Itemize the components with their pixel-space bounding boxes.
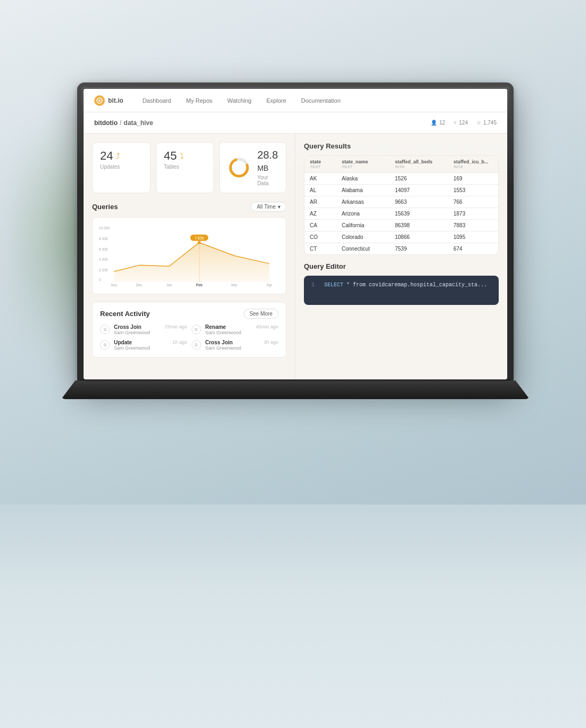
stat-updates: 24 ⤴ Updates xyxy=(92,142,151,193)
storage-number: 28.8 MB xyxy=(257,149,278,173)
laptop-base xyxy=(61,380,530,399)
stat-tables: 45 ⤵ Tables xyxy=(156,142,214,193)
queries-header: Queries All Time ▾ xyxy=(92,202,286,212)
main-content: 24 ⤴ Updates 45 ⤵ Tables xyxy=(84,134,507,379)
activity-time-1: 45min ago xyxy=(256,324,278,329)
tables-number: 45 ⤵ xyxy=(164,149,207,163)
editor-box[interactable]: 1 SELECT * from covidcaremap.hospital_ca… xyxy=(304,276,499,305)
breadcrumb-repo[interactable]: data_hive xyxy=(123,119,153,127)
updates-number: 24 ⤴ xyxy=(100,149,143,163)
svg-text:Mar: Mar xyxy=(232,283,238,287)
watch-icon: ☆ xyxy=(476,120,481,126)
updates-trend-icon: ⤴ xyxy=(116,152,120,160)
query-results-section: Query Results state TEXT state_name xyxy=(304,142,499,255)
donut-chart xyxy=(227,156,251,179)
breadcrumb-separator: / xyxy=(120,119,121,127)
nav-watching[interactable]: Watching xyxy=(227,97,251,104)
breadcrumb-meta: 👤 12 ⑂ 124 ☆ 1,745 xyxy=(431,120,497,126)
activity-user-3: Sam Greenwood xyxy=(205,345,242,351)
stats-row: 24 ⤴ Updates 45 ⤵ Tables xyxy=(92,142,286,193)
col-icu: staffed_icu_b... INT8 xyxy=(453,159,499,169)
nav-my-repos[interactable]: My Repos xyxy=(186,97,213,104)
code-keyword: SELECT xyxy=(324,282,343,288)
app-ui: bit.io Dashboard My Repos Watching Explo… xyxy=(84,89,507,379)
meta-forks: ⑂ 124 xyxy=(453,120,468,126)
svg-text:Feb: Feb xyxy=(196,283,202,287)
table-header: state TEXT state_name TEXT staffed_all_b… xyxy=(304,156,498,173)
breadcrumb: bitdotio / data_hive xyxy=(94,119,153,127)
list-item: ① Cross Join Sam Greenwood 3h ago xyxy=(192,340,279,351)
activity-icon-1: ① xyxy=(192,325,201,334)
activity-details-0: Cross Join Sam Greenwood xyxy=(114,324,150,335)
activity-name-2: Update xyxy=(114,340,150,345)
editor-line: 1 SELECT * from covidcaremap.hospital_ca… xyxy=(311,282,491,288)
fork-icon: ⑂ xyxy=(453,120,457,126)
storage-info: 28.8 MB Your Data xyxy=(257,149,278,186)
svg-point-1 xyxy=(98,100,101,102)
activity-grid: ① Cross Join Sam Greenwood 25min ago ① xyxy=(100,324,278,351)
table-row: CA California 86398 7883 xyxy=(304,220,498,231)
svg-text:2 000: 2 000 xyxy=(99,268,108,272)
see-more-button[interactable]: See More xyxy=(244,309,278,319)
table-row: CT Connecticut 7539 674 xyxy=(304,243,498,254)
logo-text: bit.io xyxy=(108,97,123,104)
watches-count: 1,745 xyxy=(483,120,497,126)
breadcrumb-owner[interactable]: bitdotio xyxy=(94,119,118,127)
activity-title: Recent Activity xyxy=(100,310,150,318)
nav-explore[interactable]: Explore xyxy=(266,97,286,104)
activity-time-2: 1h ago xyxy=(172,340,187,345)
activity-time-0: 25min ago xyxy=(164,324,187,329)
activity-icon-3: ① xyxy=(192,340,201,350)
activity-user-0: Sam Greenwood xyxy=(114,330,150,335)
forks-count: 124 xyxy=(459,120,468,126)
storage-label: Your Data xyxy=(257,175,278,186)
svg-text:10 000: 10 000 xyxy=(99,226,110,230)
table-row: AL Alabama 14097 1553 xyxy=(304,185,498,196)
meta-stars: 👤 12 xyxy=(431,120,445,126)
stat-storage: 28.8 MB Your Data xyxy=(219,142,286,193)
list-item: ① Rename Sam Greenwood 45min ago xyxy=(192,324,279,335)
time-filter-dropdown[interactable]: All Time ▾ xyxy=(251,202,286,212)
chevron-down-icon: ▾ xyxy=(278,204,280,210)
svg-text:Dec: Dec xyxy=(136,283,142,287)
laptop: bit.io Dashboard My Repos Watching Explo… xyxy=(77,82,530,455)
editor-title: Query Editor xyxy=(304,262,499,270)
tables-label: Tables xyxy=(164,164,207,170)
activity-name-0: Cross Join xyxy=(114,324,150,330)
chart-svg: 10 000 8 000 6 000 4 000 2 000 0 xyxy=(99,224,279,287)
recent-activity: Recent Activity See More ① Cross Join Sa… xyxy=(92,302,286,358)
svg-text:4 000: 4 000 xyxy=(99,258,108,261)
nav-bar: bit.io Dashboard My Repos Watching Explo… xyxy=(84,89,507,112)
activity-time-3: 3h ago xyxy=(263,340,278,345)
activity-details-1: Rename Sam Greenwood xyxy=(205,324,242,335)
col-state: state TEXT xyxy=(310,159,342,169)
nav-documentation[interactable]: Documentation xyxy=(301,97,341,104)
stars-count: 12 xyxy=(439,120,445,126)
table-row: AR Arkansas 9663 766 xyxy=(304,196,498,208)
svg-text:7 856: 7 856 xyxy=(195,236,204,240)
line-number: 1 xyxy=(311,282,319,288)
queries-title: Queries xyxy=(92,203,118,211)
table-row: AK Alaska 1526 169 xyxy=(304,173,498,185)
svg-text:6 000: 6 000 xyxy=(99,247,108,251)
list-item: ① Update Sam Greenwood 1h ago xyxy=(100,340,187,351)
svg-text:Jan: Jan xyxy=(167,283,172,287)
updates-label: Updates xyxy=(100,164,143,170)
activity-user-1: Sam Greenwood xyxy=(205,330,242,335)
col-state-name: state_name TEXT xyxy=(342,159,395,169)
svg-text:8 000: 8 000 xyxy=(99,237,108,241)
results-table: state TEXT state_name TEXT staffed_all_b… xyxy=(304,155,499,255)
query-editor-section: Query Editor 1 SELECT * from covidcarema… xyxy=(304,262,499,305)
svg-text:Apr: Apr xyxy=(267,283,273,287)
left-panel: 24 ⤴ Updates 45 ⤵ Tables xyxy=(84,134,295,379)
breadcrumb-bar: bitdotio / data_hive 👤 12 ⑂ 124 xyxy=(84,112,507,134)
results-title: Query Results xyxy=(304,142,499,150)
activity-user-2: Sam Greenwood xyxy=(114,345,150,351)
table-row: CO Colorado 10866 1095 xyxy=(304,231,498,243)
right-panel: Query Results state TEXT state_name xyxy=(295,134,507,379)
activity-details-3: Cross Join Sam Greenwood xyxy=(205,340,242,351)
nav-dashboard[interactable]: Dashboard xyxy=(143,97,171,104)
logo-icon xyxy=(94,95,105,106)
svg-text:Nov: Nov xyxy=(111,283,117,287)
activity-name-3: Cross Join xyxy=(205,340,242,345)
